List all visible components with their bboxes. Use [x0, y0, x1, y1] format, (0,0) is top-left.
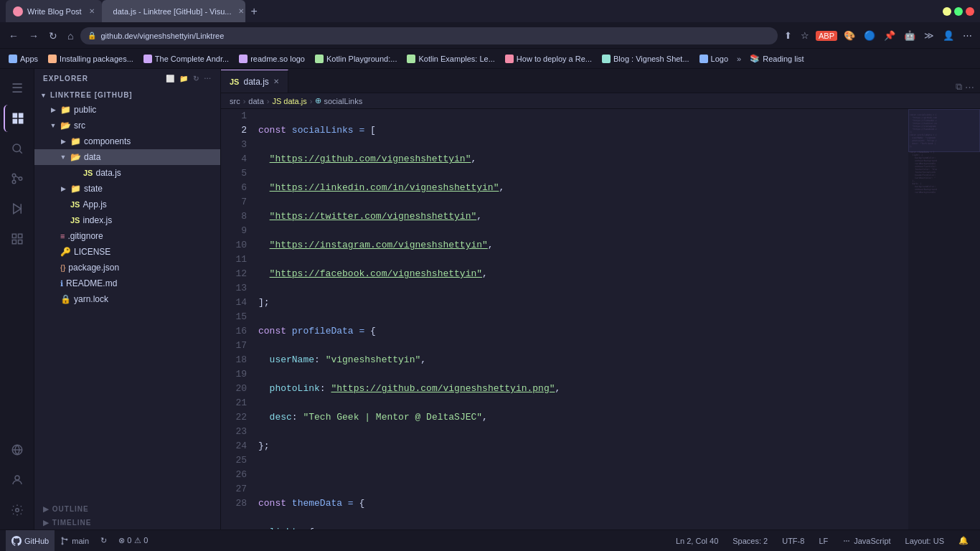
- run-debug-icon[interactable]: [4, 195, 31, 222]
- sidebar-header-icons: ⬜ 📁 ↻ ⋯: [166, 75, 212, 83]
- menu-icon[interactable]: ☰: [4, 75, 31, 102]
- layout-status[interactable]: Layout: US: [900, 530, 950, 552]
- tree-item-components[interactable]: ▶ 📁 components: [34, 133, 220, 149]
- tree-item-packagejson[interactable]: {} package.json: [34, 260, 220, 276]
- refresh-button[interactable]: ↻: [46, 29, 60, 43]
- maximize-button[interactable]: [954, 7, 963, 16]
- line-ending-status[interactable]: LF: [813, 530, 834, 552]
- tree-item-license[interactable]: 🔑 LICENSE: [34, 244, 220, 260]
- browser-tab-1[interactable]: Write Blog Post ✕: [6, 0, 102, 22]
- bc-social-icon: ⊕: [315, 96, 321, 105]
- label-license: LICENSE: [74, 247, 110, 257]
- reading-list[interactable]: 📚 Reading list: [745, 52, 808, 65]
- account-icon[interactable]: [4, 466, 31, 494]
- tree-item-datajs[interactable]: JS data.js: [34, 165, 220, 181]
- browser-toolbar: ⬆ ☆ ABP 🎨 🔵 📌 🤖 ≫ 👤 ⋯: [782, 29, 974, 42]
- star-icon[interactable]: ☆: [798, 29, 811, 42]
- bc-datajs[interactable]: JS data.js: [272, 97, 306, 105]
- sync-status[interactable]: ↻: [95, 530, 113, 552]
- new-folder-icon[interactable]: 📁: [179, 75, 189, 83]
- bookmark-installing[interactable]: Installing packages...: [44, 53, 138, 65]
- home-button[interactable]: ⌂: [65, 29, 76, 43]
- tab-close-1[interactable]: ✕: [89, 7, 95, 15]
- arrow-appjs: [59, 201, 67, 208]
- code-content[interactable]: const socialLinks = [ "https://github.co…: [253, 109, 908, 529]
- collapse-icon[interactable]: ⋯: [204, 75, 212, 83]
- address-bar[interactable]: 🔒 github.dev/vigneshshettyin/Linktree: [80, 27, 778, 44]
- extensions-more[interactable]: ≫: [922, 29, 936, 42]
- ln-18: 18: [221, 353, 247, 367]
- bookmark-logo[interactable]: Logo: [695, 53, 732, 65]
- bookmark-readme[interactable]: readme.so logo: [235, 53, 309, 65]
- new-file-icon[interactable]: ⬜: [166, 75, 175, 83]
- bc-sociallinks[interactable]: ⊕ socialLinks: [315, 96, 362, 105]
- user-avatar[interactable]: 👤: [941, 29, 956, 42]
- git-icon-gitignore: ≡: [60, 232, 65, 240]
- share-icon[interactable]: ⬆: [782, 29, 794, 42]
- more-actions-icon[interactable]: ⋯: [965, 82, 974, 93]
- ext-icon-1[interactable]: 🎨: [842, 29, 857, 42]
- ext-icon-copilot[interactable]: 🤖: [902, 29, 918, 42]
- source-control-icon[interactable]: [4, 165, 31, 192]
- outline-section[interactable]: ▶ OUTLINE: [34, 502, 220, 516]
- ln-19: 19: [221, 367, 247, 382]
- github-status[interactable]: GitHub: [6, 530, 55, 552]
- bookmark-apps[interactable]: Apps: [4, 53, 42, 65]
- timeline-section[interactable]: ▶ TIMELINE: [34, 516, 220, 529]
- ln-7: 7: [221, 195, 247, 209]
- tree-item-public[interactable]: ▶ 📁 public: [34, 102, 220, 118]
- split-editor-icon[interactable]: ⧉: [956, 81, 962, 93]
- bookmarks-more[interactable]: »: [734, 53, 744, 65]
- tree-item-appjs[interactable]: JS App.js: [34, 197, 220, 212]
- tree-item-indexjs[interactable]: JS index.js: [34, 212, 220, 228]
- minimize-button[interactable]: [943, 7, 951, 16]
- settings-menu[interactable]: ⋯: [961, 29, 974, 42]
- branch-status[interactable]: main: [55, 530, 95, 552]
- spaces-status[interactable]: Spaces: 2: [727, 530, 773, 552]
- tree-item-src[interactable]: ▼ 📂 src: [34, 118, 220, 133]
- project-root[interactable]: ▼ LINKTREE [GITHUB]: [34, 88, 220, 100]
- status-right: Ln 2, Col 40 Spaces: 2 UTF-8 LF JavaScri…: [670, 530, 974, 552]
- tree-item-yarnlock[interactable]: 🔒 yarn.lock: [34, 291, 220, 307]
- bookmark-kotlin1[interactable]: Kotlin Playground:...: [311, 53, 401, 65]
- close-button[interactable]: [966, 7, 974, 16]
- bc-src[interactable]: src: [230, 97, 240, 105]
- refresh-explorer-icon[interactable]: ↻: [193, 75, 199, 83]
- tree-item-readme[interactable]: ℹ README.md: [34, 276, 220, 291]
- bookmark-icon-readme: [239, 55, 248, 63]
- bookmark-kotlin2[interactable]: Kotlin Examples: Le...: [402, 53, 499, 65]
- remote-icon[interactable]: [4, 436, 31, 463]
- line-col-label: Ln 2, Col 40: [676, 537, 718, 545]
- browser-tab-2[interactable]: data.js - Linktree [GitHub] - Visu... ✕: [102, 0, 245, 22]
- tree-item-gitignore[interactable]: ≡ .gitignore: [34, 228, 220, 244]
- minimap-canvas: const socialLinks = [ "https://github.co…: [908, 109, 980, 529]
- ext-icon-abp[interactable]: ABP: [816, 31, 837, 41]
- back-button[interactable]: ←: [6, 29, 22, 43]
- bookmark-blog[interactable]: Blog : Vignesh Shet...: [598, 53, 694, 65]
- new-tab-button[interactable]: +: [245, 0, 263, 22]
- explorer-icon[interactable]: [4, 105, 31, 132]
- language-status[interactable]: JavaScript: [837, 530, 896, 552]
- bc-data[interactable]: data: [248, 97, 263, 105]
- search-icon[interactable]: [4, 135, 31, 162]
- line-col-status[interactable]: Ln 2, Col 40: [670, 530, 724, 552]
- ln-11: 11: [221, 253, 247, 267]
- tree-item-state[interactable]: ▶ 📁 state: [34, 181, 220, 197]
- encoding-status[interactable]: UTF-8: [776, 530, 810, 552]
- tree-item-data[interactable]: ▼ 📂 data: [34, 149, 220, 165]
- minimap: const socialLinks = [ "https://github.co…: [908, 109, 980, 529]
- notifications-status[interactable]: 🔔: [953, 530, 974, 552]
- errors-status[interactable]: ⊗ 0 ⚠ 0: [113, 530, 154, 552]
- ext-icon-2[interactable]: 🔵: [862, 29, 877, 42]
- bookmark-android[interactable]: The Complete Andr...: [139, 53, 233, 65]
- settings-icon[interactable]: [4, 496, 31, 524]
- editor-tab-datajs[interactable]: JS data.js ✕: [221, 70, 288, 93]
- bookmark-deploy[interactable]: How to deploy a Re...: [501, 53, 596, 65]
- forward-button[interactable]: →: [26, 29, 42, 43]
- editor-tab-close[interactable]: ✕: [273, 77, 279, 85]
- ext-icon-3[interactable]: 📌: [882, 29, 897, 42]
- svg-rect-11: [12, 240, 16, 244]
- tab-close-2[interactable]: ✕: [238, 7, 244, 15]
- extensions-icon[interactable]: [4, 225, 31, 253]
- svg-marker-7: [13, 204, 21, 214]
